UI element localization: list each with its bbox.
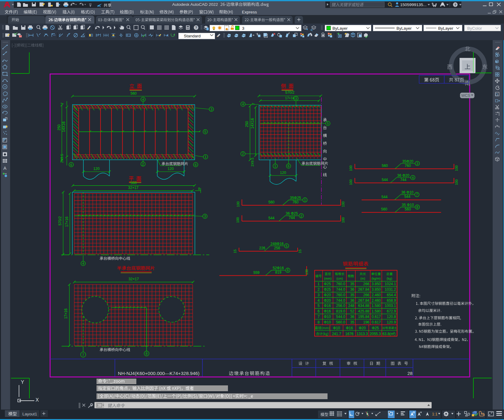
svg-text:267.84: 267.84 — [358, 298, 369, 303]
svg-text:560: 560 — [268, 200, 275, 204]
svg-text:760: 760 — [292, 200, 298, 204]
svg-text:2: 2 — [242, 152, 244, 156]
svg-text:1: 1 — [304, 198, 306, 202]
svg-text:Standard: Standard — [184, 34, 201, 38]
svg-text:2: 2 — [142, 162, 144, 166]
svg-text:28: 28 — [407, 371, 413, 376]
svg-text:266: 266 — [363, 282, 369, 286]
svg-text:120.9: 120.9 — [387, 320, 396, 324]
svg-text:14X16: 14X16 — [250, 118, 255, 129]
svg-text:560: 560 — [381, 207, 387, 211]
svg-text:15: 15 — [233, 249, 237, 253]
svg-text:3: 3 — [416, 162, 418, 165]
svg-text:3.850: 3.850 — [372, 287, 381, 292]
svg-text:Express: Express — [242, 10, 257, 14]
svg-text:7: 7 — [252, 103, 255, 105]
svg-text:744: 744 — [289, 216, 295, 220]
svg-text:744.0: 744.0 — [336, 287, 345, 292]
svg-text:36 Φ25: 36 Φ25 — [286, 211, 298, 216]
svg-text:35Φ20: 35Φ20 — [402, 159, 414, 164]
svg-text:(mm): (mm) — [324, 277, 332, 280]
svg-text:8: 8 — [416, 205, 418, 209]
svg-text:8: 8 — [317, 320, 320, 324]
svg-text:195.84: 195.84 — [358, 315, 369, 319]
svg-text:36: 36 — [350, 287, 354, 292]
svg-text:256: 256 — [274, 246, 280, 250]
svg-text:6: 6 — [195, 163, 197, 167]
svg-text:WCS: WCS — [461, 93, 470, 98]
svg-text:1: 1 — [317, 282, 320, 286]
svg-text:544.0: 544.0 — [336, 315, 345, 319]
svg-text:654.4: 654.4 — [387, 293, 396, 297]
svg-text:544: 544 — [381, 195, 388, 199]
svg-text:Φ10: Φ10 — [333, 326, 340, 330]
svg-text:544: 544 — [268, 216, 275, 220]
svg-text:2055.3: 2055.3 — [370, 332, 381, 336]
svg-text:36: 36 — [350, 298, 354, 303]
svg-text:Φ10: Φ10 — [324, 315, 331, 319]
svg-text:1003.1: 1003.1 — [385, 304, 396, 308]
svg-text:3.850: 3.850 — [372, 282, 381, 286]
svg-text:4: 4 — [412, 176, 414, 180]
svg-text:6: 6 — [287, 268, 289, 272]
svg-text:570/2: 570/2 — [58, 216, 62, 225]
svg-text:658.9: 658.9 — [387, 298, 396, 303]
svg-text:1: 1 — [274, 164, 276, 168]
svg-text:Φ16: Φ16 — [324, 309, 331, 313]
svg-text:2.460: 2.460 — [372, 293, 381, 297]
svg-text:4: 4 — [82, 262, 84, 265]
svg-text:1024.1: 1024.1 — [385, 282, 396, 286]
svg-text:15: 15 — [298, 249, 302, 253]
svg-text:2X9.5: 2X9.5 — [60, 154, 64, 163]
svg-text:3: 3 — [210, 108, 212, 111]
svg-text:819: 819 — [275, 270, 281, 274]
svg-text:5: 5 — [286, 244, 287, 248]
svg-text:?: ? — [454, 3, 457, 7]
svg-text:Φ16: Φ16 — [324, 304, 331, 308]
svg-text:1.580: 1.580 — [372, 304, 381, 308]
svg-text:4: 4 — [242, 102, 244, 106]
svg-text:1676: 1676 — [345, 332, 354, 336]
svg-text:Φ25: Φ25 — [324, 287, 331, 292]
svg-text:Y: Y — [21, 380, 24, 385]
svg-text:(kg/m): (kg/m) — [371, 277, 381, 280]
svg-text:Φ25: Φ25 — [372, 326, 379, 330]
svg-text:36 Φ10: 36 Φ10 — [401, 190, 414, 195]
svg-text:248: 248 — [348, 304, 354, 308]
svg-text:2.460: 2.460 — [372, 298, 381, 303]
svg-text:5: 5 — [204, 130, 206, 134]
svg-text:7: 7 — [60, 103, 64, 104]
svg-text:570/2: 570/2 — [285, 90, 294, 95]
svg-text:425.88: 425.88 — [358, 309, 369, 313]
svg-text:256.0: 256.0 — [336, 304, 345, 308]
svg-text:32×17: 32×17 — [128, 277, 139, 281]
svg-text:35: 35 — [350, 282, 354, 286]
svg-text:4: 4 — [317, 298, 320, 303]
svg-text:35: 35 — [350, 293, 354, 297]
svg-text:Φ20: Φ20 — [324, 293, 331, 297]
svg-text:(kg): (kg) — [387, 277, 392, 280]
svg-text:1: 1 — [205, 155, 207, 159]
svg-text:36: 36 — [350, 315, 354, 319]
svg-text:544: 544 — [382, 178, 388, 182]
svg-text:5: 5 — [327, 122, 329, 125]
svg-text:.1: .1 — [129, 34, 131, 36]
svg-text:120: 120 — [280, 171, 286, 175]
svg-text:35: 35 — [350, 320, 354, 324]
svg-text:1.580: 1.580 — [372, 309, 381, 313]
svg-text:2: 2 — [317, 287, 320, 292]
svg-text:3: 3 — [317, 293, 320, 297]
svg-text:100: 100 — [341, 201, 345, 207]
svg-text:?: ? — [195, 26, 197, 29]
svg-text:100: 100 — [236, 217, 240, 223]
svg-text:Layout1: Layout1 — [22, 412, 37, 416]
svg-text:248Φ16: 248Φ16 — [271, 242, 284, 246]
svg-text:(cm): (cm) — [336, 277, 343, 280]
svg-text:7: 7 — [317, 315, 320, 319]
svg-text:A: A — [3, 165, 6, 171]
svg-text:Φ20: Φ20 — [359, 326, 366, 330]
svg-text:Autodesk AutoCAD 2022: Autodesk AutoCAD 2022 — [172, 2, 218, 7]
svg-text:ByLayer: ByLayer — [332, 26, 348, 31]
svg-text:63.8(m: 63.8(m — [382, 332, 394, 336]
svg-text:ByColor: ByColor — [467, 26, 482, 31]
